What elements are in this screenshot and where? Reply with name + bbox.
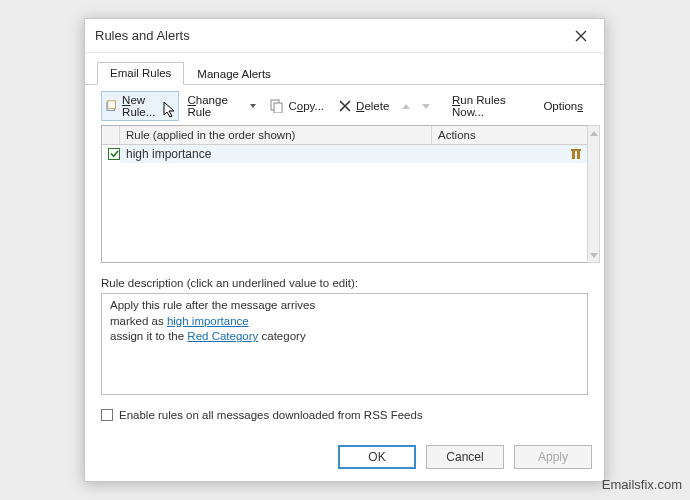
- new-rule-icon: [106, 99, 118, 113]
- new-rule-button[interactable]: New Rule...: [101, 91, 179, 121]
- importance-link[interactable]: high importance: [167, 315, 249, 327]
- down-triangle-icon: [422, 104, 430, 109]
- check-icon: [110, 149, 119, 158]
- toolbar: New Rule... Change Rule Copy... Delete R…: [85, 85, 604, 125]
- desc-line-2: marked as high importance: [110, 314, 579, 330]
- svg-rect-5: [577, 151, 580, 159]
- ok-button[interactable]: OK: [338, 445, 416, 469]
- rule-row[interactable]: high importance: [102, 145, 587, 163]
- titlebar: Rules and Alerts: [85, 19, 604, 53]
- rules-list[interactable]: Rule (applied in the order shown) Action…: [101, 125, 588, 263]
- scroll-down-icon: [588, 248, 599, 262]
- scroll-up-icon: [588, 126, 599, 140]
- category-link[interactable]: Red Category: [187, 330, 258, 342]
- close-button[interactable]: [568, 23, 594, 49]
- run-rules-now-button[interactable]: Run Rules Now...: [447, 91, 534, 121]
- options-label: Option: [543, 100, 577, 112]
- svg-rect-6: [571, 149, 581, 151]
- rule-description-label: Rule description (click an underlined va…: [101, 277, 588, 289]
- svg-rect-1: [108, 101, 116, 109]
- rule-action-icon: [569, 147, 583, 161]
- dialog-buttons: OK Cancel Apply: [338, 445, 592, 469]
- tab-manage-alerts[interactable]: Manage Alerts: [184, 63, 284, 85]
- options-button[interactable]: Options: [538, 97, 588, 115]
- rules-list-header: Rule (applied in the order shown) Action…: [102, 126, 587, 145]
- rules-and-alerts-dialog: Rules and Alerts Email Rules Manage Aler…: [84, 18, 605, 482]
- rules-scrollbar[interactable]: [587, 125, 600, 263]
- rss-checkbox-row: Enable rules on all messages downloaded …: [101, 409, 588, 421]
- close-icon: [575, 30, 587, 42]
- run-rules-label: un Rules Now...: [452, 94, 506, 118]
- rules-header-actions: Actions: [432, 126, 587, 144]
- change-rule-button[interactable]: Change Rule: [183, 91, 262, 121]
- rss-label: Enable rules on all messages downloaded …: [119, 409, 423, 421]
- dropdown-caret-icon: [250, 104, 256, 108]
- cancel-button[interactable]: Cancel: [426, 445, 504, 469]
- delete-icon: [338, 99, 352, 113]
- desc-line-3: assign it to the Red Category category: [110, 329, 579, 345]
- tab-email-rules[interactable]: Email Rules: [97, 62, 184, 85]
- desc-line-1: Apply this rule after the message arrive…: [110, 298, 579, 314]
- svg-rect-4: [572, 151, 575, 159]
- svg-rect-3: [274, 103, 282, 113]
- window-title: Rules and Alerts: [95, 28, 190, 43]
- copy-label: C: [288, 100, 296, 112]
- up-triangle-icon: [402, 104, 410, 109]
- delete-label: elete: [364, 100, 389, 112]
- apply-button[interactable]: Apply: [514, 445, 592, 469]
- rule-name: high importance: [120, 145, 432, 163]
- delete-button[interactable]: Delete: [333, 96, 394, 116]
- rss-checkbox[interactable]: [101, 409, 113, 421]
- watermark: Emailsfix.com: [602, 477, 682, 492]
- copy-icon: [270, 99, 284, 113]
- copy-button[interactable]: Copy...: [265, 96, 329, 116]
- tabs: Email Rules Manage Alerts: [85, 53, 604, 85]
- rules-header-rule: Rule (applied in the order shown): [120, 126, 432, 144]
- rule-description-box: Apply this rule after the message arrive…: [101, 293, 588, 395]
- move-up-button[interactable]: [398, 98, 414, 114]
- rule-checkbox[interactable]: [108, 148, 120, 160]
- move-down-button[interactable]: [418, 98, 434, 114]
